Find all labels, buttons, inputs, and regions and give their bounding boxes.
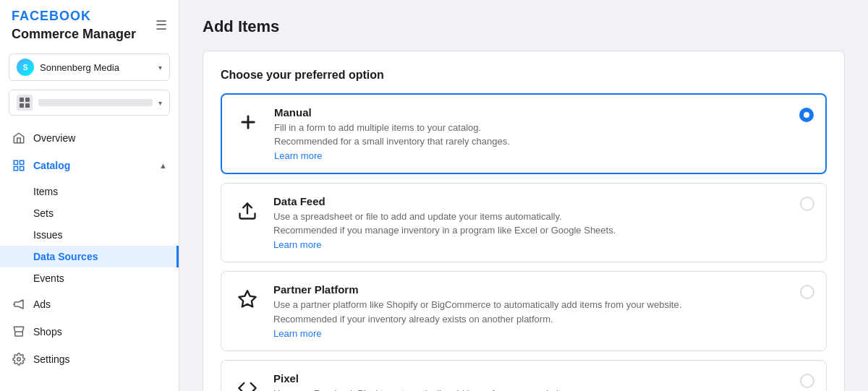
svg-rect-3 [20,167,24,171]
svg-point-4 [17,358,21,361]
option-partner-learn-more[interactable]: Learn more [273,328,321,339]
sidebar-item-sets[interactable]: Sets [0,202,179,224]
svg-rect-0 [14,160,17,164]
option-partner-recommendation: Recommended if your inventory already ex… [273,314,788,325]
sidebar-item-shops-label: Shops [33,326,167,338]
plus-icon [234,108,263,137]
sidebar-item-settings[interactable]: Settings [0,345,179,373]
upload-icon [233,197,262,225]
grid-icon [12,158,26,173]
sidebar-topbar-left: FACEBOOK Commerce Manager [12,9,136,42]
sidebar-item-issues[interactable]: Issues [0,224,179,246]
option-data-feed-recommendation: Recommended if you manage inventory in a… [273,225,788,236]
sidebar-topbar: FACEBOOK Commerce Manager ☰ [0,0,179,48]
sidebar-item-ads[interactable]: Ads [0,291,179,318]
sidebar-item-items[interactable]: Items [0,181,179,202]
sidebar-item-settings-label: Settings [33,353,167,365]
gear-icon [12,352,26,366]
option-data-feed-radio[interactable] [800,197,814,211]
catalog-grid-icon [17,95,33,111]
option-pixel-radio[interactable] [800,374,814,388]
catalog-selector[interactable]: ▾ [9,90,170,116]
sidebar-item-catalog-label: Catalog [33,160,152,171]
svg-marker-8 [239,291,255,307]
megaphone-icon [12,297,26,311]
option-manual-learn-more[interactable]: Learn more [274,150,322,161]
partner-icon [233,285,262,314]
catalog-name-blur [38,99,153,106]
catalog-sub-nav: Items Sets Issues Data Sources Events [0,179,179,291]
option-data-feed-description: Use a spreadsheet or file to add and upd… [273,210,788,223]
sidebar-item-overview[interactable]: Overview [0,124,179,152]
options-card: Choose your preferred option Manual Fill… [203,51,845,391]
page-title: Add Items [203,17,845,36]
option-manual[interactable]: Manual Fill in a form to add multiple it… [221,93,827,174]
hamburger-icon[interactable]: ☰ [156,17,167,33]
option-manual-radio[interactable] [799,108,814,122]
main-content: Add Items Choose your preferred option M… [179,0,868,391]
option-partner-platform[interactable]: Partner Platform Use a partner platform … [221,271,827,351]
sidebar: FACEBOOK Commerce Manager ☰ S Sonnenberg… [0,0,179,391]
sidebar-item-ads-label: Ads [33,298,167,310]
shop-icon [12,325,26,339]
option-manual-description: Fill in a form to add multiple items to … [274,121,788,134]
account-name: Sonnenberg Media [40,62,153,73]
option-pixel-title: Pixel [273,372,788,384]
option-manual-title: Manual [274,106,788,119]
option-data-feed-title: Data Feed [273,195,788,207]
account-avatar: S [17,59,34,76]
option-partner-content: Partner Platform Use a partner platform … [273,283,788,338]
option-pixel[interactable]: Pixel Use your Facebook Pixel to automat… [221,360,827,391]
svg-rect-2 [14,167,17,171]
facebook-logo: FACEBOOK [12,9,136,24]
sidebar-item-shops[interactable]: Shops [0,318,179,345]
catalog-chevron-icon: ▾ [158,99,162,107]
option-partner-title: Partner Platform [273,283,788,296]
option-pixel-content: Pixel Use your Facebook Pixel to automat… [273,372,788,391]
code-icon [233,374,262,391]
sidebar-item-overview-label: Overview [33,132,167,144]
account-chevron-icon: ▾ [158,64,162,72]
option-partner-description: Use a partner platform like Shopify or B… [273,298,788,311]
option-data-feed-learn-more[interactable]: Learn more [273,239,321,250]
option-manual-content: Manual Fill in a form to add multiple it… [274,106,788,161]
option-pixel-description: Use your Facebook Pixel to automatically… [273,387,788,391]
svg-rect-1 [20,160,24,164]
option-data-feed[interactable]: Data Feed Use a spreadsheet or file to a… [221,183,827,262]
card-heading: Choose your preferred option [221,69,827,82]
app-title: Commerce Manager [12,27,136,42]
catalog-expand-icon: ▲ [159,161,167,170]
option-partner-radio[interactable] [800,285,814,299]
option-data-feed-content: Data Feed Use a spreadsheet or file to a… [273,195,788,250]
main-nav: Overview Catalog ▲ Items Sets Issues Dat… [0,121,179,376]
sidebar-item-data-sources[interactable]: Data Sources [0,246,179,267]
option-manual-recommendation: Recommended for a small inventory that r… [274,136,788,147]
sidebar-item-events[interactable]: Events [0,267,179,289]
home-icon [12,131,26,145]
account-selector[interactable]: S Sonnenberg Media ▾ [9,53,170,81]
sidebar-item-catalog[interactable]: Catalog ▲ [0,152,179,179]
